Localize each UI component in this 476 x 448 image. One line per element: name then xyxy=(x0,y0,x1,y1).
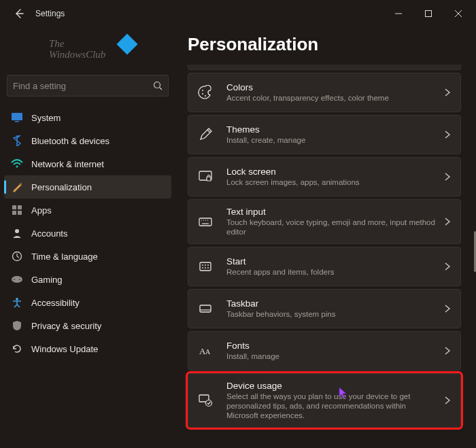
settings-card-fonts[interactable]: AA Fonts Install, manage xyxy=(188,331,461,371)
settings-card-colors[interactable]: Colors Accent color, transparency effect… xyxy=(188,73,461,112)
chevron-right-icon xyxy=(444,396,451,404)
svg-line-6 xyxy=(160,88,163,90)
svg-point-24 xyxy=(202,93,203,94)
monitor-icon xyxy=(11,111,23,124)
shield-icon xyxy=(11,320,23,332)
sidebar-item-privacy[interactable]: Privacy & security xyxy=(4,314,171,337)
main-content: Personalization Colors Accent color, tra… xyxy=(175,27,476,448)
card-subtitle: Lock screen images, apps, animations xyxy=(226,177,437,187)
settings-card-textinput[interactable]: Text input Touch keyboard, voice typing,… xyxy=(188,199,461,244)
svg-rect-42 xyxy=(200,305,211,312)
window-controls xyxy=(384,3,473,24)
chevron-right-icon xyxy=(444,131,451,139)
card-partial-above[interactable] xyxy=(188,65,461,70)
card-title: Text input xyxy=(226,207,437,217)
svg-point-41 xyxy=(207,267,209,269)
sidebar-item-time-language[interactable]: Time & language xyxy=(4,245,171,268)
update-icon xyxy=(11,343,23,355)
svg-point-25 xyxy=(205,95,206,97)
settings-card-taskbar[interactable]: Taskbar Taskbar behaviors, system pins xyxy=(188,289,461,328)
sidebar-item-label: Privacy & security xyxy=(31,321,101,331)
sidebar-item-bluetooth[interactable]: Bluetooth & devices xyxy=(4,129,171,152)
sidebar-item-label: Personalization xyxy=(31,182,92,192)
palette-icon xyxy=(197,84,214,101)
apps-icon xyxy=(11,204,23,216)
card-subtitle: Touch keyboard, voice typing, emoji and … xyxy=(226,218,437,237)
sidebar-item-windows-update[interactable]: Windows Update xyxy=(4,337,171,360)
sidebar-item-label: System xyxy=(31,113,61,123)
svg-text:A: A xyxy=(205,348,211,356)
svg-point-21 xyxy=(19,279,20,280)
chevron-right-icon xyxy=(444,347,451,355)
clock-globe-icon xyxy=(11,250,23,262)
sidebar-item-gaming[interactable]: Gaming xyxy=(4,268,171,291)
card-subtitle: Recent apps and items, folders xyxy=(226,267,437,277)
lockscreen-icon xyxy=(197,168,214,186)
sidebar-item-accessibility[interactable]: Accessibility xyxy=(4,291,171,314)
chevron-right-icon xyxy=(444,173,451,181)
card-subtitle: Accent color, transparency effects, colo… xyxy=(226,93,437,103)
sidebar: The WindowsClub System Bluetooth & devic… xyxy=(0,27,175,448)
svg-line-26 xyxy=(207,130,210,133)
sidebar-item-label: Windows Update xyxy=(31,344,98,354)
card-subtitle: Taskbar behaviors, system pins xyxy=(226,309,437,319)
search-icon xyxy=(153,81,163,90)
chevron-right-icon xyxy=(444,305,451,313)
settings-list: Colors Accent color, transparency effect… xyxy=(188,65,468,428)
svg-point-20 xyxy=(14,279,15,280)
card-title: Themes xyxy=(226,124,437,135)
svg-point-23 xyxy=(202,90,203,91)
svg-rect-13 xyxy=(12,211,16,215)
card-title: Colors xyxy=(226,82,437,92)
svg-point-36 xyxy=(202,264,203,266)
back-button[interactable] xyxy=(8,3,30,24)
sidebar-item-label: Network & internet xyxy=(31,159,104,169)
chevron-right-icon xyxy=(444,88,451,97)
search-box[interactable] xyxy=(7,75,169,97)
settings-card-themes[interactable]: Themes Install, create, manage xyxy=(188,115,461,154)
device-usage-icon xyxy=(197,392,214,409)
sidebar-item-label: Bluetooth & devices xyxy=(31,136,109,146)
svg-rect-11 xyxy=(12,205,16,209)
paintbrush-icon xyxy=(11,181,23,193)
svg-point-39 xyxy=(202,267,203,269)
titlebar: Settings xyxy=(0,0,476,27)
svg-point-37 xyxy=(205,264,206,266)
sidebar-item-personalization[interactable]: Personalization xyxy=(4,175,171,199)
chevron-right-icon xyxy=(444,218,451,226)
svg-point-15 xyxy=(15,229,19,233)
logo: The WindowsClub xyxy=(4,33,171,75)
card-title: Device usage xyxy=(226,381,437,391)
pen-icon xyxy=(197,126,214,143)
card-title: Fonts xyxy=(226,341,437,351)
sidebar-nav: System Bluetooth & devices Network & int… xyxy=(4,106,171,360)
settings-card-lockscreen[interactable]: Lock screen Lock screen images, apps, an… xyxy=(188,157,461,196)
minimize-button[interactable] xyxy=(384,3,413,24)
sidebar-item-network[interactable]: Network & internet xyxy=(4,152,171,175)
person-icon xyxy=(11,227,23,239)
svg-line-18 xyxy=(17,256,19,258)
close-button[interactable] xyxy=(443,3,473,24)
maximize-icon xyxy=(425,10,432,17)
taskbar-icon xyxy=(197,300,214,317)
card-subtitle: Install, create, manage xyxy=(226,135,437,145)
keyboard-icon xyxy=(197,213,214,230)
svg-rect-14 xyxy=(18,211,22,215)
settings-card-device-usage[interactable]: Device usage Select all the ways you pla… xyxy=(188,373,461,428)
svg-point-9 xyxy=(16,166,18,168)
svg-point-5 xyxy=(154,82,160,88)
gamepad-icon xyxy=(11,273,23,286)
accessibility-icon xyxy=(11,296,23,309)
sidebar-item-label: Time & language xyxy=(31,252,98,262)
svg-rect-12 xyxy=(18,205,22,209)
sidebar-item-accounts[interactable]: Accounts xyxy=(4,222,171,245)
bluetooth-icon xyxy=(11,135,23,147)
sidebar-item-apps[interactable]: Apps xyxy=(4,199,171,222)
sidebar-item-system[interactable]: System xyxy=(4,106,171,129)
search-input[interactable] xyxy=(13,81,153,91)
svg-point-22 xyxy=(16,298,18,300)
maximize-button[interactable] xyxy=(413,3,443,24)
settings-card-start[interactable]: Start Recent apps and items, folders xyxy=(188,247,461,286)
svg-rect-28 xyxy=(207,177,211,181)
page-title: Personalization xyxy=(188,34,468,55)
